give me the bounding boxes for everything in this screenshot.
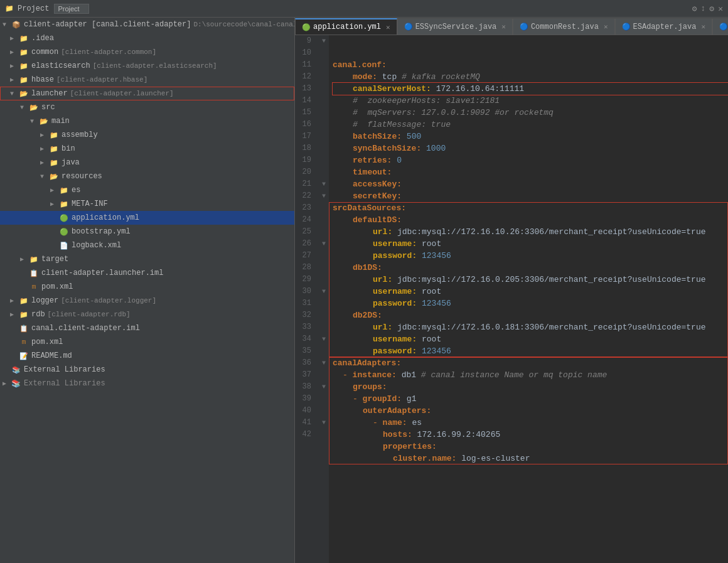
file-tree[interactable]: ▼ 📦 client-adapter [canal.client-adapter…: [0, 18, 295, 563]
tab-icon-application-yml: 🟢: [302, 23, 311, 31]
external-libraries[interactable]: ▶📚External Libraries: [0, 377, 294, 390]
line-num-23: 23: [295, 202, 315, 214]
sidebar-item-logger[interactable]: ▶📁logger [client-adapter.logger]: [0, 294, 294, 308]
tab-close-essyncservice[interactable]: ✕: [501, 23, 506, 31]
label-java: java: [62, 158, 80, 167]
code-content[interactable]: canal.conf:mode: tcp # kafka rocketMQcan…: [329, 35, 728, 563]
gutter-37: [319, 369, 329, 381]
sidebar-item-main[interactable]: ▼📂main: [0, 114, 294, 128]
sidebar-item-readme[interactable]: 📝README.md: [0, 349, 294, 363]
sidebar-item-java[interactable]: ▶📁java: [0, 156, 294, 169]
gutter-26[interactable]: ▼: [319, 238, 329, 250]
tab-esadapter[interactable]: 🔵ESAdapter.java✕: [615, 18, 712, 35]
gutter-11: [319, 59, 329, 71]
sublabel-logger: [client-adapter.logger]: [61, 297, 156, 304]
sidebar-item-bootstrap-yml-file[interactable]: 🟢bootstrap.yml: [0, 225, 294, 239]
gutter-22[interactable]: ▼: [319, 190, 329, 202]
line-num-9: 9: [295, 35, 315, 47]
gutter-41[interactable]: ▼: [319, 417, 329, 429]
line-num-41: 41: [295, 417, 315, 429]
tab-application-yml[interactable]: 🟢application.yml✕: [295, 18, 397, 35]
line-num-33: 33: [295, 321, 315, 333]
code-line-40: hosts: 172.16.99.2:40265: [333, 429, 728, 441]
sidebar-item-elasticsearch[interactable]: ▶📁elasticsearch [client-adapter.elastics…: [0, 59, 294, 73]
line-num-38: 38: [295, 381, 315, 393]
sidebar-item-meta-inf[interactable]: ▶📁META-INF: [0, 197, 294, 211]
icon-es: 📁: [59, 185, 69, 195]
code-val: es: [412, 417, 422, 429]
gutter-9[interactable]: ▼: [319, 35, 329, 47]
sidebar-item-src[interactable]: ▼📂src: [0, 100, 294, 114]
icon-canal-iml: 📋: [19, 323, 29, 333]
sort-icon[interactable]: ↕: [701, 4, 706, 14]
code-comment: # flatMessage: true: [353, 119, 451, 131]
code-line-39: - name: es: [333, 417, 728, 429]
arrow-src: ▼: [20, 104, 29, 111]
sidebar-item-bin[interactable]: ▶📁bin: [0, 142, 294, 156]
settings-icon[interactable]: ⚙: [692, 4, 697, 14]
line-num-19: 19: [295, 154, 315, 166]
sidebar-item-logback-xml-file[interactable]: 📄logback.xml: [0, 239, 294, 252]
sidebar-item-launcher[interactable]: ▼📂launcher [client-adapter.launcher]: [0, 87, 294, 100]
line-num-10: 10: [295, 47, 315, 59]
sidebar-item-root-pom[interactable]: mpom.xml: [0, 335, 294, 349]
gutter-21[interactable]: ▼: [319, 178, 329, 190]
sidebar-item-resources[interactable]: ▼📂resources: [0, 169, 294, 183]
sidebar-item-launcher-iml[interactable]: 📋client-adapter.launcher.iml: [0, 266, 294, 280]
sidebar-item-canal-iml[interactable]: 📋canal.client-adapter.iml: [0, 321, 294, 335]
code-wrapper[interactable]: canal.conf:mode: tcp # kafka rocketMQcan…: [329, 35, 728, 563]
gutter-18: [319, 142, 329, 154]
gutter-34[interactable]: ▼: [319, 333, 329, 345]
close-icon[interactable]: ✕: [718, 4, 723, 14]
config-icon[interactable]: ⚙: [709, 4, 714, 14]
code-key: cluster.name:: [393, 453, 461, 464]
sidebar-item-ext-libs[interactable]: 📚External Libraries: [0, 363, 294, 377]
tab-close-commonrest[interactable]: ✕: [604, 23, 608, 31]
sidebar-item-idea[interactable]: ▶📁.idea: [0, 31, 294, 45]
code-key-highlight: url:: [373, 321, 397, 333]
line-num-21: 21: [295, 178, 315, 190]
arrow-assembly: ▶: [40, 131, 49, 139]
code-val: tcp: [382, 71, 402, 83]
arrow-meta-inf: ▶: [50, 200, 59, 208]
tab-esetlservice[interactable]: 🔵ESEtlService.j…✕: [712, 18, 728, 35]
sidebar-item-assembly[interactable]: ▶📁assembly: [0, 128, 294, 142]
tab-label-esadapter: ESAdapter.java: [633, 23, 697, 31]
tab-commonrest[interactable]: 🔵CommonRest.java✕: [513, 18, 615, 35]
code-key: properties:: [383, 441, 437, 453]
label-launcher: launcher: [31, 89, 68, 98]
sidebar-item-hbase[interactable]: ▶📁hbase [client-adapter.hbase]: [0, 73, 294, 87]
tab-close-application-yml[interactable]: ✕: [386, 23, 390, 31]
arrow-resources: ▼: [40, 173, 49, 180]
line-num-29: 29: [295, 274, 315, 286]
sidebar-item-target[interactable]: ▶📁target: [0, 252, 294, 266]
tab-essyncservice[interactable]: 🔵ESSyncService.java✕: [397, 18, 513, 35]
sidebar-item-common[interactable]: ▶📁common [client-adapter.common]: [0, 45, 294, 59]
sidebar-item-rdb[interactable]: ▶📁rdb [client-adapter.rdb]: [0, 308, 294, 321]
icon-logger: 📁: [19, 296, 29, 306]
tree-root[interactable]: ▼ 📦 client-adapter [canal.client-adapter…: [0, 18, 294, 31]
icon-resources: 📂: [49, 171, 59, 181]
arrow-main: ▼: [30, 118, 39, 125]
icon-logback-xml-file: 📄: [59, 240, 69, 250]
root-arrow: ▼: [3, 21, 11, 28]
gutter-30[interactable]: ▼: [319, 286, 329, 298]
icon-ext-libs: 📚: [11, 365, 21, 375]
gutter-12: [319, 71, 329, 83]
code-val: db1: [402, 369, 421, 381]
sidebar-item-application-yml-file[interactable]: 🟢application.yml: [0, 211, 294, 225]
gutter-29: [319, 274, 329, 286]
sidebar-item-es[interactable]: ▶📁es: [0, 183, 294, 197]
code-line-9: canal.conf:: [333, 59, 728, 71]
toolbar-icons: ⚙ ↕ ⚙ ✕: [692, 4, 723, 14]
tab-close-esadapter[interactable]: ✕: [701, 23, 705, 31]
gutter-38[interactable]: ▼: [319, 381, 329, 393]
gutter-36[interactable]: ▼: [319, 357, 329, 369]
code-key: hosts:: [383, 429, 417, 441]
code-key: mode:: [353, 71, 382, 83]
code-line-20: secretKey:: [333, 190, 728, 202]
label-canal-iml: canal.client-adapter.iml: [31, 324, 140, 333]
code-line-37: - groupId: g1: [333, 393, 728, 405]
project-dropdown[interactable]: Project: [54, 4, 89, 14]
sidebar-item-launcher-pom[interactable]: mpom.xml: [0, 280, 294, 294]
